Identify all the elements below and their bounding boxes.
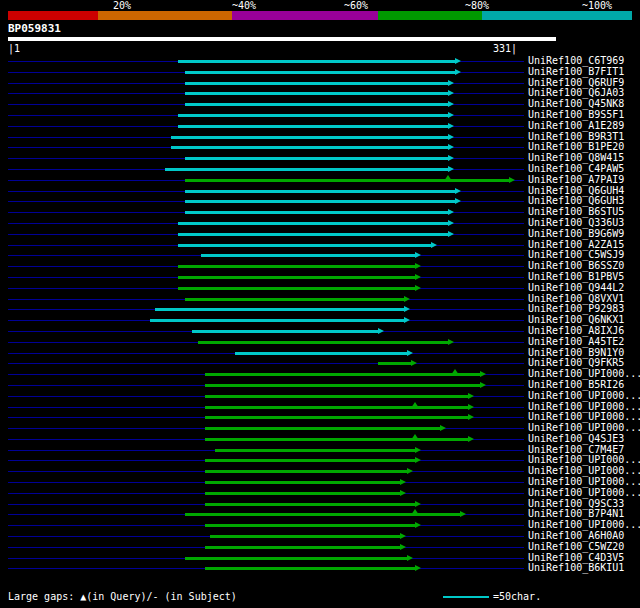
hit-span-bar[interactable] bbox=[185, 179, 509, 182]
hit-end-arrow-icon bbox=[448, 339, 454, 345]
hit-end-arrow-icon bbox=[448, 134, 454, 140]
hit-span-bar[interactable] bbox=[185, 513, 460, 516]
hit-end-arrow-icon bbox=[448, 166, 454, 172]
hit-label[interactable]: UniRef100_B9G6W9 bbox=[528, 229, 624, 240]
hit-span-bar[interactable] bbox=[192, 330, 379, 333]
color-key-bar bbox=[8, 11, 632, 20]
hit-span-bar[interactable] bbox=[185, 190, 455, 193]
hit-span-bar[interactable] bbox=[178, 244, 431, 247]
query-gap-icon bbox=[411, 402, 419, 408]
hit-span-bar[interactable] bbox=[205, 470, 407, 473]
hit-label[interactable]: UniRef100_A45TE2 bbox=[528, 337, 624, 348]
hit-span-bar[interactable] bbox=[178, 265, 416, 268]
hit-span-bar[interactable] bbox=[178, 222, 448, 225]
hit-span-bar[interactable] bbox=[171, 136, 447, 139]
query-gap-icon bbox=[451, 369, 459, 375]
scale-note: =50char. bbox=[443, 591, 541, 603]
hit-span-bar[interactable] bbox=[205, 503, 415, 506]
hit-span-bar[interactable] bbox=[178, 287, 416, 290]
hit-span-bar[interactable] bbox=[205, 395, 467, 398]
hit-row: UniRef100_A1E289 bbox=[0, 121, 640, 132]
hit-end-arrow-icon bbox=[480, 371, 486, 377]
color-key-label: ~40% bbox=[232, 1, 256, 11]
hit-end-arrow-icon bbox=[431, 242, 437, 248]
hit-end-arrow-icon bbox=[468, 436, 474, 442]
query-gap-icon bbox=[444, 175, 452, 181]
hit-span-bar[interactable] bbox=[185, 298, 404, 301]
hit-span-bar[interactable] bbox=[205, 406, 467, 409]
color-key-segment bbox=[378, 11, 482, 20]
hit-span-bar[interactable] bbox=[205, 492, 399, 495]
hit-span-bar[interactable] bbox=[205, 427, 439, 430]
hit-end-arrow-icon bbox=[400, 479, 406, 485]
hit-span-bar[interactable] bbox=[185, 103, 447, 106]
hit-span-bar[interactable] bbox=[205, 481, 399, 484]
hit-span-bar[interactable] bbox=[150, 319, 405, 322]
hit-label[interactable]: UniRef100_A7PAI9 bbox=[528, 175, 624, 186]
hit-end-arrow-icon bbox=[400, 490, 406, 496]
hit-span-bar[interactable] bbox=[205, 524, 415, 527]
color-key-segment bbox=[232, 11, 378, 20]
hit-label[interactable]: UniRef100_B7FIT1 bbox=[528, 67, 624, 78]
color-key-segment bbox=[482, 11, 632, 20]
hit-span-bar[interactable] bbox=[178, 233, 448, 236]
hit-end-arrow-icon bbox=[448, 231, 454, 237]
hit-end-arrow-icon bbox=[415, 263, 421, 269]
hit-span-bar[interactable] bbox=[205, 384, 480, 387]
hit-span-bar[interactable] bbox=[205, 567, 415, 570]
hit-end-arrow-icon bbox=[448, 155, 454, 161]
hit-label[interactable]: UniRef100_A1E289 bbox=[528, 121, 624, 132]
hit-span-bar[interactable] bbox=[178, 125, 448, 128]
hit-end-arrow-icon bbox=[415, 447, 421, 453]
hit-span-bar[interactable] bbox=[205, 416, 467, 419]
hit-span-bar[interactable] bbox=[185, 71, 455, 74]
hit-end-arrow-icon bbox=[455, 188, 461, 194]
hit-span-bar[interactable] bbox=[198, 341, 448, 344]
color-key-label: ~100% bbox=[582, 1, 612, 11]
hit-end-arrow-icon bbox=[407, 350, 413, 356]
hit-end-arrow-icon bbox=[448, 101, 454, 107]
query-gap-icon bbox=[411, 434, 419, 440]
hit-end-arrow-icon bbox=[448, 220, 454, 226]
hit-span-bar[interactable] bbox=[178, 60, 456, 63]
scale-start-label: |1 bbox=[8, 43, 20, 54]
hit-label[interactable]: UniRef100_UPI000... bbox=[528, 391, 640, 402]
hit-span-bar[interactable] bbox=[178, 114, 448, 117]
hit-end-arrow-icon bbox=[400, 544, 406, 550]
hit-span-bar[interactable] bbox=[185, 157, 447, 160]
hit-span-bar[interactable] bbox=[205, 459, 415, 462]
query-bar bbox=[8, 37, 556, 41]
hit-end-arrow-icon bbox=[509, 177, 515, 183]
hit-span-bar[interactable] bbox=[165, 168, 447, 171]
hit-span-bar[interactable] bbox=[178, 276, 416, 279]
hit-span-bar[interactable] bbox=[185, 211, 447, 214]
hit-span-bar[interactable] bbox=[210, 535, 400, 538]
hit-span-bar[interactable] bbox=[171, 146, 447, 149]
hit-end-arrow-icon bbox=[404, 317, 410, 323]
hit-span-bar[interactable] bbox=[215, 449, 416, 452]
hit-end-arrow-icon bbox=[415, 501, 421, 507]
hit-label[interactable]: UniRef100_B6KIU1 bbox=[528, 563, 624, 574]
hit-span-bar[interactable] bbox=[185, 92, 447, 95]
hit-span-bar[interactable] bbox=[205, 438, 467, 441]
hit-span-bar[interactable] bbox=[378, 362, 410, 365]
color-key-labels: 20%~40%~60%~80%~100% bbox=[0, 1, 640, 11]
hit-span-bar[interactable] bbox=[235, 352, 408, 355]
query-gap-icon bbox=[411, 509, 419, 515]
hit-end-arrow-icon bbox=[448, 209, 454, 215]
hit-span-bar[interactable] bbox=[185, 557, 407, 560]
hit-end-arrow-icon bbox=[404, 296, 410, 302]
gap-legend: Large gaps: ▲(in Query)/- (in Subject) bbox=[8, 591, 237, 602]
hit-end-arrow-icon bbox=[415, 274, 421, 280]
hit-span-bar[interactable] bbox=[185, 82, 447, 85]
hit-span-bar[interactable] bbox=[155, 308, 405, 311]
hit-end-arrow-icon bbox=[415, 285, 421, 291]
hit-span-bar[interactable] bbox=[185, 200, 455, 203]
hit-row: UniRef100_UPI000... bbox=[0, 391, 640, 402]
hit-label[interactable]: UniRef100_Q944L2 bbox=[528, 283, 624, 294]
hit-span-bar[interactable] bbox=[201, 254, 415, 257]
hit-span-bar[interactable] bbox=[205, 373, 480, 376]
hit-span-bar[interactable] bbox=[205, 546, 399, 549]
hit-end-arrow-icon bbox=[455, 58, 461, 64]
hit-end-arrow-icon bbox=[448, 123, 454, 129]
